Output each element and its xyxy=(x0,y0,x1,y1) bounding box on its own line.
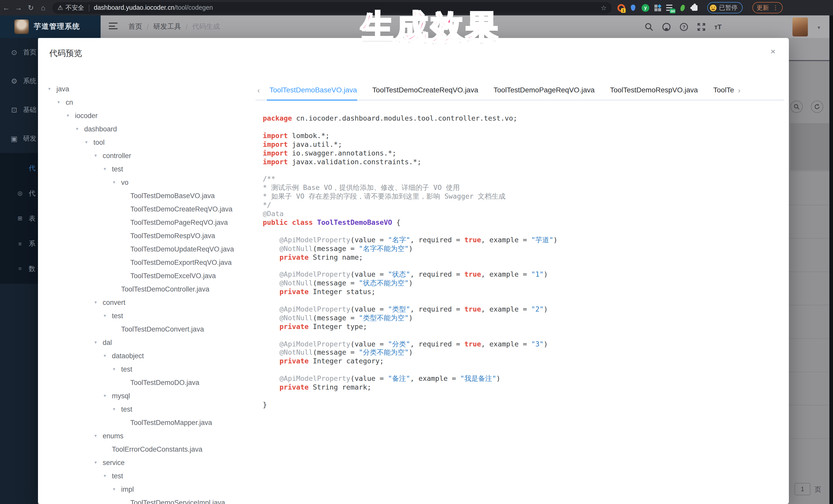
tree-item[interactable]: ▾cn xyxy=(43,95,256,109)
tab-ToolTe[interactable]: ToolTe xyxy=(713,86,734,94)
tree-caret-icon[interactable]: ▾ xyxy=(85,140,93,145)
tree-caret-icon[interactable]: ▾ xyxy=(104,166,112,171)
tab-ToolTestDemoCreateReqVO.java[interactable]: ToolTestDemoCreateReqVO.java xyxy=(372,86,478,94)
tree-item[interactable]: ToolTestDemoBaseVO.java xyxy=(43,189,256,202)
tree-caret-icon[interactable]: ▾ xyxy=(94,153,103,158)
tree-caret-icon[interactable]: ▾ xyxy=(94,460,103,465)
tree-item[interactable]: ▾convert xyxy=(43,296,256,309)
table-refresh-button[interactable] xyxy=(811,101,823,113)
tree-item[interactable]: ToolTestDemoExportReqVO.java xyxy=(43,256,256,269)
page-unit-label: 页 xyxy=(814,485,821,494)
tree-caret-icon[interactable]: ▾ xyxy=(94,433,103,438)
tab-ToolTestDemoPageReqVO.java[interactable]: ToolTestDemoPageReqVO.java xyxy=(494,86,595,94)
tree-item[interactable]: ▾impl xyxy=(43,482,256,496)
code-line: @ApiModelProperty(value = "状态", required… xyxy=(263,270,557,279)
sidebar-subitem-系[interactable]: ≡系 xyxy=(0,231,38,256)
table-search-button[interactable] xyxy=(790,101,803,113)
code-line: private Integer status; xyxy=(263,287,557,296)
tree-item[interactable]: ▾test xyxy=(43,309,256,322)
tree-caret-icon[interactable]: ▾ xyxy=(113,486,121,492)
tree-item-label: ToolTestDemoController.java xyxy=(121,285,209,293)
tree-item[interactable]: ▾mysql xyxy=(43,389,256,402)
tree-caret-icon[interactable]: ▾ xyxy=(104,393,112,398)
code-line: @ApiModelProperty(value = "备注", example … xyxy=(263,374,557,383)
close-icon[interactable]: × xyxy=(770,47,776,57)
code-line: @NotNull(message = "分类不能为空") xyxy=(263,348,557,357)
tree-item[interactable]: ▾controller xyxy=(43,149,256,162)
tree-caret-icon[interactable]: ▾ xyxy=(94,300,103,305)
tree-caret-icon[interactable]: ▾ xyxy=(76,126,84,131)
tree-item[interactable]: ▾test xyxy=(43,469,256,482)
window-edge-scrollbar[interactable] xyxy=(829,16,833,504)
file-tree: ▾java▾cn▾iocoder▾dashboard▾tool▾controll… xyxy=(43,82,256,504)
tree-item[interactable]: ToolTestDemoExcelVO.java xyxy=(43,269,256,282)
tree-item-label: ToolTestDemoExportReqVO.java xyxy=(130,258,232,266)
dialog-title: 代码预览 xyxy=(49,48,82,59)
sidebar-item-研发[interactable]: ▣研发 xyxy=(0,124,38,153)
tree-item-label: java xyxy=(56,85,69,93)
tree-item-label: tool xyxy=(93,138,105,146)
sidebar-item-基础[interactable]: ⊡基础 xyxy=(0,95,38,124)
sidebar-item-系统[interactable]: ⚙系统 xyxy=(0,67,38,95)
tree-caret-icon[interactable]: ▾ xyxy=(113,407,121,412)
tree-item[interactable]: ▾dal xyxy=(43,336,256,349)
sidebar-subitem-表[interactable]: ⊞表 xyxy=(0,206,38,231)
tree-item[interactable]: ToolTestDemoRespVO.java xyxy=(43,229,256,242)
tree-item[interactable]: ▾test xyxy=(43,362,256,376)
tree-item-label: ToolTestDemoPageReqVO.java xyxy=(130,218,228,226)
code-line: import java.util.*; xyxy=(263,140,557,149)
tree-caret-icon[interactable]: ▾ xyxy=(57,100,66,105)
tree-item[interactable]: ▾tool xyxy=(43,136,256,149)
tree-item[interactable]: ToolTestDemoServiceImpl.java xyxy=(43,496,256,504)
code-line: */ xyxy=(263,201,557,209)
monitor-icon: ⊡ xyxy=(10,106,19,114)
tree-caret-icon[interactable]: ▾ xyxy=(48,86,56,91)
sidebar-subitem-代[interactable]: 代 xyxy=(0,155,38,181)
tree-item[interactable]: ToolTestDemoConvert.java xyxy=(43,322,256,336)
tree-item-label: mysql xyxy=(112,392,130,400)
tree-caret-icon[interactable]: ▾ xyxy=(104,313,112,318)
tree-item[interactable]: ▾vo xyxy=(43,175,256,189)
tree-item[interactable]: ▾test xyxy=(43,162,256,175)
tree-item[interactable]: ToolTestDemoCreateReqVO.java xyxy=(43,202,256,216)
tab-ToolTestDemoBaseVO.java[interactable]: ToolTestDemoBaseVO.java xyxy=(269,86,357,94)
file-tabs-zone: ‹ ToolTestDemoBaseVO.javaToolTestDemoCre… xyxy=(256,80,784,101)
tree-caret-icon[interactable]: ▾ xyxy=(104,353,112,358)
code-line xyxy=(263,391,557,400)
tree-item[interactable]: ▾enums xyxy=(43,429,256,442)
sidebar: ⊙首页⚙系统⊡基础▣研发 代◎代⊞表≡系⌗数 xyxy=(0,38,38,504)
tree-item-label: impl xyxy=(121,485,134,493)
annotation-headline: 生成效果 xyxy=(0,5,833,48)
tree-caret-icon[interactable]: ▾ xyxy=(67,113,75,118)
tree-item[interactable]: ToolTestDemoMapper.java xyxy=(43,416,256,429)
tab-ToolTestDemoRespVO.java[interactable]: ToolTestDemoRespVO.java xyxy=(610,86,698,94)
code-line xyxy=(263,296,557,305)
page-number-input[interactable]: 1 xyxy=(794,483,810,495)
tabs-scroll-left-icon[interactable]: ‹ xyxy=(256,86,262,94)
shield-icon: ◎ xyxy=(16,190,24,197)
sidebar-subitem-代[interactable]: ◎代 xyxy=(0,181,38,206)
tree-caret-icon[interactable]: ▾ xyxy=(113,179,121,185)
tree-item[interactable]: ▾dashboard xyxy=(43,122,256,136)
tree-item[interactable]: ToolErrorCodeConstants.java xyxy=(43,442,256,456)
tree-caret-icon[interactable]: ▾ xyxy=(94,340,103,345)
tree-item-label: convert xyxy=(103,298,125,306)
tree-item[interactable]: ▾dataobject xyxy=(43,349,256,362)
tree-item[interactable]: ToolTestDemoDO.java xyxy=(43,376,256,389)
code-line: } xyxy=(263,400,557,409)
code-line xyxy=(263,123,557,131)
tree-item[interactable]: ToolTestDemoController.java xyxy=(43,282,256,296)
tree-item[interactable]: ▾test xyxy=(43,402,256,416)
tree-item-label: ToolTestDemoConvert.java xyxy=(121,325,204,333)
tabs-scroll-right-icon[interactable]: › xyxy=(736,86,742,94)
tree-caret-icon[interactable]: ▾ xyxy=(113,366,121,371)
sidebar-subitem-数[interactable]: ⌗数 xyxy=(0,256,38,281)
tree-caret-icon[interactable]: ▾ xyxy=(104,473,112,478)
tree-item[interactable]: ▾service xyxy=(43,456,256,469)
dimmed-form-block xyxy=(790,123,829,170)
code-line: @Data xyxy=(263,209,557,218)
tree-item[interactable]: ▾iocoder xyxy=(43,109,256,122)
tree-item[interactable]: ▾java xyxy=(43,82,256,95)
tree-item[interactable]: ToolTestDemoUpdateReqVO.java xyxy=(43,242,256,256)
tree-item[interactable]: ToolTestDemoPageReqVO.java xyxy=(43,216,256,229)
